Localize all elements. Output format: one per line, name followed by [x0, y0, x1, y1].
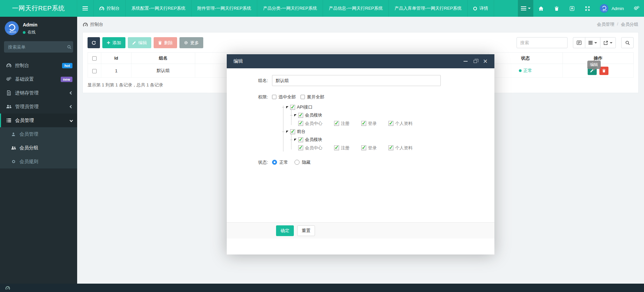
tree-checkbox-checked[interactable]: [298, 137, 303, 142]
select-all-checkbox[interactable]: [92, 56, 97, 61]
column-header-name[interactable]: 组名: [131, 53, 195, 64]
restore-icon[interactable]: [474, 60, 477, 63]
dialog-titlebar[interactable]: 编辑 ✕: [227, 54, 494, 68]
breadcrumb: 控制台 会员管理 / 会员分组: [77, 17, 644, 32]
sidebar-item-inventory[interactable]: 进销存管理: [0, 86, 77, 100]
online-dot-icon: [23, 31, 25, 34]
tree-checkbox-checked[interactable]: [298, 145, 303, 150]
tree-leaf: 登录: [361, 121, 377, 127]
check-all-checkbox[interactable]: [272, 95, 276, 99]
user-menu[interactable]: 一网天行 Admin: [595, 0, 629, 17]
settings-button[interactable]: [629, 0, 644, 17]
avatar: 一网天行: [600, 4, 608, 13]
refresh-button[interactable]: [88, 37, 100, 48]
menu-search-input[interactable]: [8, 45, 67, 50]
tree-checkbox-checked[interactable]: [290, 129, 295, 134]
breadcrumb-right: 会员管理 / 会员分组: [597, 21, 638, 27]
tree-checkbox-checked[interactable]: [290, 105, 295, 110]
sidebar-item-admin-mgmt[interactable]: 管理员管理: [0, 100, 77, 114]
tab-product-info[interactable]: 产品信息-一网天行REP系统: [323, 0, 389, 17]
tree-checkbox-checked[interactable]: [388, 121, 393, 126]
cell-status: 正常: [488, 64, 563, 78]
online-status: 在线: [23, 29, 38, 35]
home-button[interactable]: [533, 0, 549, 17]
radio-hidden[interactable]: [294, 160, 300, 165]
group-name-input[interactable]: [272, 75, 441, 86]
column-header-id[interactable]: Id: [101, 53, 131, 64]
add-button[interactable]: 添加: [102, 37, 125, 48]
tab-attachments[interactable]: 附件管理-一网天行REP系统: [192, 0, 257, 17]
export-button[interactable]: [600, 37, 616, 48]
tab-product-inbound[interactable]: 产品入库单管理-一网天行REP系统: [389, 0, 468, 17]
check-all-label[interactable]: 选中全部: [278, 91, 296, 102]
status-row: 状态: 正常 隐藏: [227, 157, 494, 168]
plus-icon: [107, 41, 110, 45]
detail-view-button[interactable]: [573, 37, 585, 48]
radio-normal-label[interactable]: 正常: [279, 157, 288, 168]
row-checkbox[interactable]: [92, 69, 97, 73]
tree-checkbox-checked[interactable]: [361, 121, 366, 126]
expand-all-checkbox[interactable]: [301, 95, 305, 99]
breadcrumb-left: 控制台: [83, 21, 103, 27]
minimize-icon[interactable]: [464, 61, 468, 62]
tree-leaf: 个人资料: [388, 121, 413, 127]
sidebar: 一网天行 Admin 在线 控制台 hot 基础设置 new 进销存管理: [0, 17, 77, 292]
search-toggle-button[interactable]: [621, 37, 634, 48]
dialog-footer: 确定 重置: [227, 222, 494, 238]
edit-button[interactable]: 编辑: [128, 37, 151, 48]
row-delete-button[interactable]: [599, 67, 608, 75]
app-logo: 一网天行REP系统: [0, 0, 77, 17]
tree-checkbox-checked[interactable]: [361, 145, 366, 150]
delete-button[interactable]: 删除: [154, 37, 177, 48]
tree-checkbox-checked[interactable]: [334, 145, 339, 150]
tree-leaf-row: 会员中心 注册 登录 个人资料: [298, 119, 494, 128]
tree-node: API接口: [282, 103, 494, 111]
breadcrumb-parent[interactable]: 会员管理: [597, 21, 614, 27]
confirm-button[interactable]: 确定: [276, 225, 294, 236]
collapse-arrow-icon[interactable]: [294, 114, 297, 117]
status-dot-icon: [519, 69, 522, 72]
sidebar-toggle-button[interactable]: [77, 0, 93, 17]
permissions-label: 权限:: [227, 91, 272, 102]
sidebar-subitem-member-group[interactable]: 会员分组: [0, 141, 77, 155]
columns-button[interactable]: [585, 37, 600, 48]
chevron-left-icon: [70, 105, 73, 108]
tree-node: 会员模块: [290, 136, 494, 144]
menu-search-box[interactable]: [4, 41, 73, 53]
clear-cache-button[interactable]: [549, 0, 564, 17]
tab-list-dropdown-button[interactable]: [518, 0, 533, 17]
radio-hidden-label[interactable]: 隐藏: [302, 157, 311, 168]
tab-dashboard[interactable]: 控制台: [93, 0, 126, 17]
expand-all-label[interactable]: 展开全部: [307, 91, 324, 102]
radio-normal-checked[interactable]: [272, 160, 277, 165]
trash-icon: [158, 41, 162, 45]
tree-checkbox-checked[interactable]: [388, 145, 393, 150]
collapse-arrow-icon[interactable]: [286, 106, 288, 108]
sidebar-item-base-settings[interactable]: 基础设置 new: [0, 72, 77, 86]
table-search-input[interactable]: [517, 37, 568, 48]
sidebar-item-dashboard[interactable]: 控制台 hot: [0, 59, 77, 72]
svg-text:一网天行: 一网天行: [601, 10, 607, 11]
collapse-arrow-icon[interactable]: [286, 131, 288, 133]
tree-leaf-row: 会员中心 注册 登录 个人资料: [298, 144, 494, 152]
status-label: 状态:: [227, 157, 272, 168]
sidebar-subitem-member-rule[interactable]: 会员规则: [0, 155, 77, 168]
tab-detail[interactable]: 详情: [468, 0, 494, 17]
tree-checkbox-checked[interactable]: [298, 121, 303, 126]
sidebar-subitem-member-mgmt[interactable]: 会员管理: [0, 127, 77, 141]
circle-icon: [473, 7, 477, 10]
translate-icon: [570, 6, 575, 11]
sidebar-item-member-mgmt[interactable]: 会员管理: [0, 114, 77, 127]
reset-button[interactable]: 重置: [297, 225, 315, 236]
tab-system-config[interactable]: 系统配置-一网天行REP系统: [126, 0, 192, 17]
language-button[interactable]: [564, 0, 580, 17]
fullscreen-button[interactable]: [580, 0, 595, 17]
tree-checkbox-checked[interactable]: [334, 121, 339, 126]
more-button[interactable]: 更多: [179, 37, 203, 48]
column-header-status[interactable]: 状态: [488, 53, 563, 64]
avatar[interactable]: 一网天行: [5, 21, 19, 35]
tab-product-category[interactable]: 产品分类-一网天行REP系统: [257, 0, 323, 17]
close-icon[interactable]: ✕: [483, 59, 488, 64]
collapse-arrow-icon[interactable]: [294, 139, 297, 141]
tree-checkbox-checked[interactable]: [298, 113, 303, 118]
